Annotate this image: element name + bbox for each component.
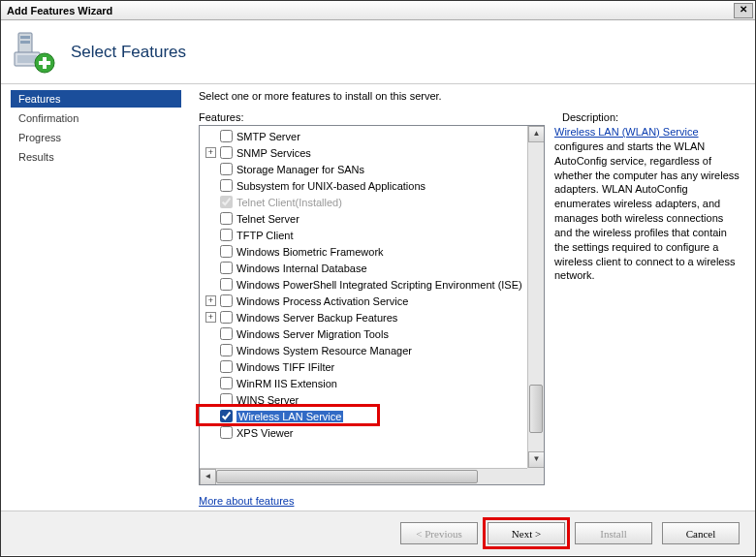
description-body: configures and starts the WLAN AutoConfi… — [554, 140, 740, 282]
feature-checkbox[interactable] — [220, 393, 233, 406]
tree-item[interactable]: Storage Manager for SANs — [200, 161, 544, 177]
feature-checkbox[interactable] — [220, 360, 233, 373]
nav-step-results[interactable]: Results — [11, 148, 181, 166]
feature-checkbox[interactable] — [220, 179, 233, 192]
main-panel: Select one or more features to install o… — [191, 84, 755, 511]
tree-item[interactable]: +Windows Process Activation Service — [200, 293, 544, 309]
tree-item[interactable]: +Windows Server Backup Features — [200, 309, 544, 325]
feature-checkbox[interactable] — [220, 327, 233, 340]
scroll-thumb-horizontal[interactable] — [216, 470, 478, 483]
svg-rect-7 — [39, 61, 50, 65]
tree-scroll-area: SMTP Server+SNMP ServicesStorage Manager… — [200, 126, 544, 468]
feature-checkbox[interactable] — [220, 229, 233, 241]
server-wizard-icon — [13, 31, 55, 74]
description-text: Wireless LAN (WLAN) Service configures a… — [554, 125, 743, 283]
more-about-features-link[interactable]: More about features — [199, 495, 545, 507]
feature-checkbox[interactable] — [220, 262, 233, 274]
horizontal-scrollbar[interactable]: ◄ ► — [200, 468, 544, 484]
tree-item[interactable]: Subsystem for UNIX-based Applications — [200, 177, 544, 194]
feature-label: Windows Process Activation Service — [236, 295, 408, 307]
scroll-track-vertical[interactable] — [528, 142, 544, 451]
tree-item[interactable]: WINS Server — [200, 391, 544, 408]
instruction-text: Select one or more features to install o… — [199, 90, 743, 102]
feature-checkbox[interactable] — [220, 146, 233, 159]
tree-item[interactable]: Windows Server Migration Tools — [200, 325, 544, 342]
tree-item[interactable]: Telnet Client (Installed) — [200, 194, 544, 210]
feature-label: XPS Viewer — [236, 427, 294, 439]
feature-checkbox[interactable] — [220, 311, 233, 324]
tree-item[interactable]: +SNMP Services — [200, 144, 544, 161]
feature-checkbox[interactable] — [220, 344, 233, 356]
feature-checkbox[interactable] — [220, 426, 233, 439]
expand-icon[interactable]: + — [205, 147, 216, 158]
feature-checkbox[interactable] — [220, 245, 233, 258]
installed-suffix: (Installed) — [296, 197, 342, 208]
tree-item[interactable]: Wireless LAN Service — [200, 408, 544, 424]
feature-label: WinRM IIS Extension — [236, 378, 337, 389]
feature-label: Telnet Server — [236, 213, 299, 225]
next-button[interactable]: Next > — [488, 522, 565, 544]
features-panel: Features: SMTP Server+SNMP ServicesStora… — [191, 111, 545, 507]
nav-step-progress[interactable]: Progress — [11, 129, 181, 146]
feature-label: Wireless LAN Service — [236, 411, 343, 422]
tree-item[interactable]: Telnet Server — [200, 210, 544, 227]
cancel-button[interactable]: Cancel — [662, 522, 740, 544]
svg-rect-2 — [20, 41, 30, 44]
tree-item[interactable]: SMTP Server — [200, 128, 544, 144]
feature-checkbox[interactable] — [220, 212, 233, 225]
feature-label: Telnet Client — [236, 197, 296, 208]
feature-checkbox[interactable] — [220, 410, 233, 422]
tree-item[interactable]: Windows TIFF IFilter — [200, 358, 544, 375]
features-tree[interactable]: SMTP Server+SNMP ServicesStorage Manager… — [199, 125, 545, 485]
scroll-thumb-vertical[interactable] — [529, 385, 543, 433]
tree-item[interactable]: XPS Viewer — [200, 424, 544, 441]
tree-item[interactable]: WinRM IIS Extension — [200, 375, 544, 391]
feature-label: Windows TIFF IFilter — [236, 361, 334, 373]
nav-step-confirmation[interactable]: Confirmation — [11, 109, 181, 127]
feature-label: WINS Server — [236, 394, 299, 406]
close-icon: ✕ — [740, 4, 747, 15]
tree-item[interactable]: Windows Biometric Framework — [200, 243, 544, 260]
page-title: Select Features — [71, 43, 186, 62]
feature-label: Windows Biometric Framework — [236, 246, 384, 258]
feature-checkbox[interactable] — [220, 377, 233, 389]
feature-label: Windows Server Migration Tools — [236, 328, 389, 340]
expand-icon[interactable]: + — [205, 312, 216, 323]
tree-item[interactable]: Windows System Resource Manager — [200, 342, 544, 358]
features-label: Features: — [199, 111, 545, 123]
description-title-link[interactable]: Wireless LAN (WLAN) Service — [554, 126, 699, 138]
svg-rect-1 — [20, 36, 30, 39]
description-panel: Description: Wireless LAN (WLAN) Service… — [554, 111, 743, 507]
nav-step-features[interactable]: Features — [11, 90, 181, 108]
feature-label: Windows Internal Database — [236, 263, 367, 274]
feature-checkbox[interactable] — [220, 130, 233, 142]
scroll-track-horizontal[interactable] — [216, 469, 527, 484]
feature-label: SMTP Server — [236, 131, 300, 142]
close-button[interactable]: ✕ — [734, 3, 753, 18]
panels-row: Features: SMTP Server+SNMP ServicesStora… — [191, 111, 743, 507]
previous-button[interactable]: < Previous — [400, 522, 478, 544]
feature-label: TFTP Client — [236, 230, 293, 241]
scroll-up-button[interactable]: ▲ — [528, 126, 545, 142]
description-label: Description: — [562, 111, 743, 123]
expand-icon[interactable]: + — [205, 295, 216, 306]
tree-item[interactable]: Windows PowerShell Integrated Scripting … — [200, 276, 544, 293]
scroll-left-button[interactable]: ◄ — [200, 469, 216, 485]
feature-checkbox — [220, 196, 233, 208]
feature-label: SNMP Services — [236, 147, 311, 159]
feature-checkbox[interactable] — [220, 278, 233, 291]
header-band: Select Features — [1, 20, 755, 84]
wizard-nav: FeaturesConfirmationProgressResults — [1, 84, 191, 511]
feature-checkbox[interactable] — [220, 294, 233, 307]
tree-item[interactable]: Windows Internal Database — [200, 260, 544, 276]
scroll-down-button[interactable]: ▼ — [528, 451, 545, 468]
feature-checkbox[interactable] — [220, 163, 233, 175]
window-title: Add Features Wizard — [7, 5, 734, 16]
content-area: FeaturesConfirmationProgressResults Sele… — [1, 84, 755, 511]
feature-label: Storage Manager for SANs — [236, 164, 364, 175]
titlebar: Add Features Wizard ✕ — [1, 1, 755, 20]
tree-item[interactable]: TFTP Client — [200, 227, 544, 243]
feature-label: Subsystem for UNIX-based Applications — [236, 180, 425, 192]
vertical-scrollbar[interactable]: ▲ ▼ — [527, 126, 544, 468]
install-button[interactable]: Install — [575, 522, 652, 544]
